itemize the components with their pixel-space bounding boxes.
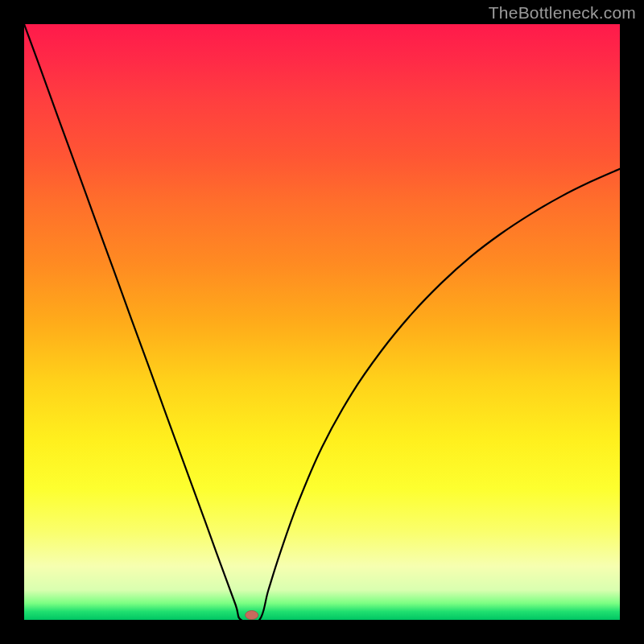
plot-area (24, 24, 620, 620)
minimum-marker (246, 611, 258, 620)
watermark-text: TheBottleneck.com (489, 3, 636, 23)
chart-frame: TheBottleneck.com (0, 0, 644, 644)
bottleneck-curve (24, 24, 620, 620)
curve-layer (24, 24, 620, 620)
